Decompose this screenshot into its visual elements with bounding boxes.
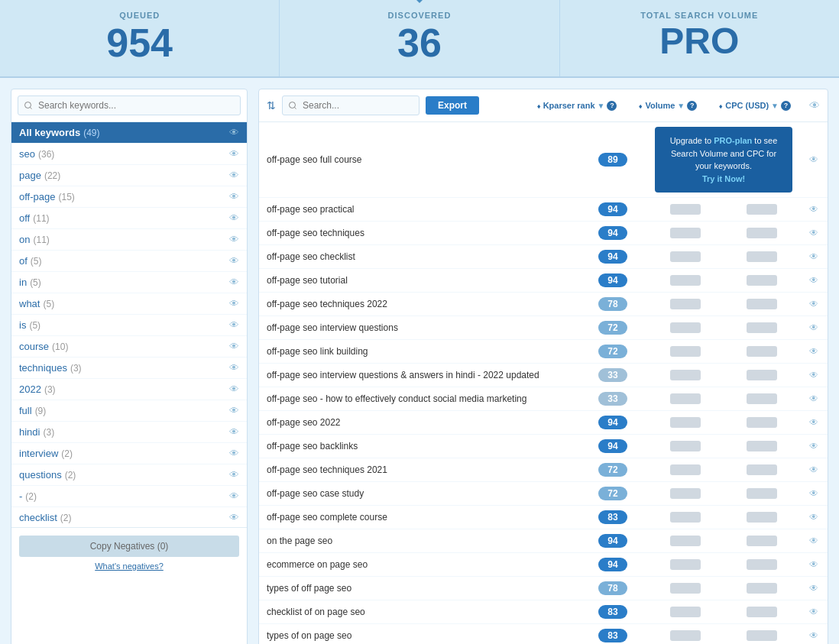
table-search-input[interactable] (282, 95, 420, 115)
cpc-cell: --- (724, 293, 800, 316)
copy-negatives-button[interactable]: Copy Negatives (0) (19, 536, 239, 557)
keyword-item[interactable]: checklist (2)👁 (11, 507, 247, 527)
keyword-item[interactable]: questions (2)👁 (11, 464, 247, 486)
volume-cell: --- (647, 222, 724, 245)
row-eye-cell[interactable]: 👁 (800, 435, 828, 458)
row-eye-cell[interactable]: 👁 (800, 122, 828, 198)
row-eye-cell[interactable]: 👁 (800, 458, 828, 482)
pro-upgrade-box[interactable]: Upgrade to PRO-plan to see Search Volume… (655, 127, 792, 193)
keyword-eye-icon[interactable]: 👁 (229, 255, 239, 267)
keyword-eye-icon[interactable]: 👁 (229, 170, 239, 181)
keyword-item[interactable]: what (5)👁 (11, 293, 247, 315)
keyword-item[interactable]: hindi (3)👁 (11, 422, 247, 443)
row-eye-cell[interactable]: 👁 (800, 529, 828, 553)
keyword-list: All keywords (49)👁seo (36)👁page (22)👁off… (11, 122, 247, 527)
table-row: off-page seo case study72------👁 (259, 482, 828, 506)
keyword-eye-icon[interactable]: 👁 (229, 319, 239, 331)
keyword-item[interactable]: off (11)👁 (11, 208, 247, 229)
kparser-rank-header[interactable]: ⬧ Kparser rank ▼ ? (536, 101, 617, 111)
cpc-header[interactable]: ⬧ CPC (USD) ▼ ? (718, 101, 791, 111)
keyword-eye-icon[interactable]: 👁 (229, 191, 239, 202)
volume-label: TOTAL SEARCH VOLUME (575, 11, 824, 20)
row-eye-cell[interactable]: 👁 (800, 506, 828, 529)
keyword-item[interactable]: 2022 (3)👁 (11, 379, 247, 400)
keyword-item[interactable]: page (22)👁 (11, 165, 247, 186)
rank-filter-icon[interactable]: ▼ (598, 102, 605, 110)
volume-filter-icon[interactable]: ▼ (677, 102, 685, 110)
keyword-item[interactable]: off-page (15)👁 (11, 186, 247, 208)
row-eye-cell[interactable]: 👁 (800, 364, 828, 387)
row-eye-cell[interactable]: 👁 (800, 577, 828, 600)
cpc-filter-icon[interactable]: ▼ (771, 102, 779, 110)
keyword-eye-icon[interactable]: 👁 (229, 277, 239, 288)
row-eye-cell[interactable]: 👁 (800, 340, 828, 364)
keyword-eye-icon[interactable]: 👁 (229, 148, 239, 160)
keyword-eye-icon[interactable]: 👁 (229, 383, 239, 395)
keyword-eye-icon[interactable]: 👁 (229, 341, 239, 352)
blurred-cpc: --- (747, 583, 777, 594)
keyword-item[interactable]: in (5)👁 (11, 272, 247, 293)
keyword-item[interactable]: All keywords (49)👁 (11, 122, 247, 144)
volume-cell: --- (647, 435, 724, 458)
keyword-item[interactable]: of (5)👁 (11, 251, 247, 272)
row-eye-cell[interactable]: 👁 (800, 269, 828, 293)
table-row: on the page seo94------👁 (259, 529, 828, 553)
rank-cell: 83 (578, 600, 647, 624)
keyword-eye-icon[interactable]: 👁 (229, 405, 239, 416)
row-eye-cell[interactable]: 👁 (800, 316, 828, 340)
sidebar-search-container (11, 89, 247, 122)
keyword-eye-icon[interactable]: 👁 (229, 127, 239, 138)
volume-cell: --- (647, 340, 724, 364)
keyword-eye-icon[interactable]: 👁 (229, 234, 239, 245)
row-eye-cell[interactable]: 👁 (800, 387, 828, 411)
cpc-cell: --- (724, 198, 800, 222)
sort-icon[interactable]: ⇅ (267, 99, 276, 112)
blurred-volume: --- (670, 583, 701, 594)
row-eye-cell[interactable]: 👁 (800, 293, 828, 316)
row-eye-cell[interactable]: 👁 (800, 222, 828, 245)
row-eye-cell[interactable]: 👁 (800, 245, 828, 269)
row-eye-cell[interactable]: 👁 (800, 198, 828, 222)
keyword-eye-icon[interactable]: 👁 (229, 469, 239, 481)
row-eye-cell[interactable]: 👁 (800, 482, 828, 506)
table-row: off-page seo full course89Upgrade to PRO… (259, 122, 828, 198)
keyword-eye-icon[interactable]: 👁 (229, 490, 239, 502)
keyword-item[interactable]: interview (2)👁 (11, 443, 247, 464)
volume-header[interactable]: ⬧ Volume ▼ ? (638, 101, 697, 111)
keyword-item[interactable]: on (11)👁 (11, 229, 247, 251)
keyword-eye-icon[interactable]: 👁 (229, 426, 239, 438)
keyword-item[interactable]: course (10)👁 (11, 336, 247, 358)
row-eye-cell[interactable]: 👁 (800, 600, 828, 624)
keyword-item[interactable]: seo (36)👁 (11, 144, 247, 165)
whats-negatives-link[interactable]: What's negatives? (95, 561, 164, 571)
keywords-table: off-page seo full course89Upgrade to PRO… (259, 122, 828, 644)
keyword-item[interactable]: techniques (3)👁 (11, 358, 247, 379)
keyword-count: (5) (43, 299, 54, 309)
row-eye-cell[interactable]: 👁 (800, 553, 828, 577)
rank-help-icon[interactable]: ? (607, 101, 617, 111)
queued-value: 954 (15, 23, 264, 63)
export-button[interactable]: Export (426, 96, 479, 115)
keyword-eye-icon[interactable]: 👁 (229, 362, 239, 374)
keyword-eye-icon[interactable]: 👁 (229, 512, 239, 523)
volume-cell: --- (647, 364, 724, 387)
row-eye-cell[interactable]: 👁 (800, 411, 828, 435)
sidebar-search-input[interactable] (18, 95, 241, 115)
blurred-volume: --- (670, 251, 701, 262)
rank-cell: 94 (578, 411, 647, 435)
cpc-help-icon[interactable]: ? (781, 101, 791, 111)
row-eye-cell[interactable]: 👁 (800, 624, 828, 645)
keyword-item[interactable]: full (9)👁 (11, 400, 247, 422)
keyword-item[interactable]: - (2)👁 (11, 486, 247, 507)
keyword-eye-icon[interactable]: 👁 (229, 212, 239, 224)
keyword-item[interactable]: is (5)👁 (11, 315, 247, 336)
keyword-eye-icon[interactable]: 👁 (229, 448, 239, 459)
volume-help-icon[interactable]: ? (687, 101, 697, 111)
keyword-cell: off-page seo tutorial (259, 269, 578, 293)
blurred-volume: --- (670, 204, 701, 215)
blurred-cpc: --- (747, 441, 777, 451)
keyword-eye-icon[interactable]: 👁 (229, 298, 239, 309)
cpc-cell: --- (724, 600, 800, 624)
discovered-label: DISCOVERED (295, 11, 543, 20)
table-row: off-page seo interview questions & answe… (259, 364, 828, 387)
